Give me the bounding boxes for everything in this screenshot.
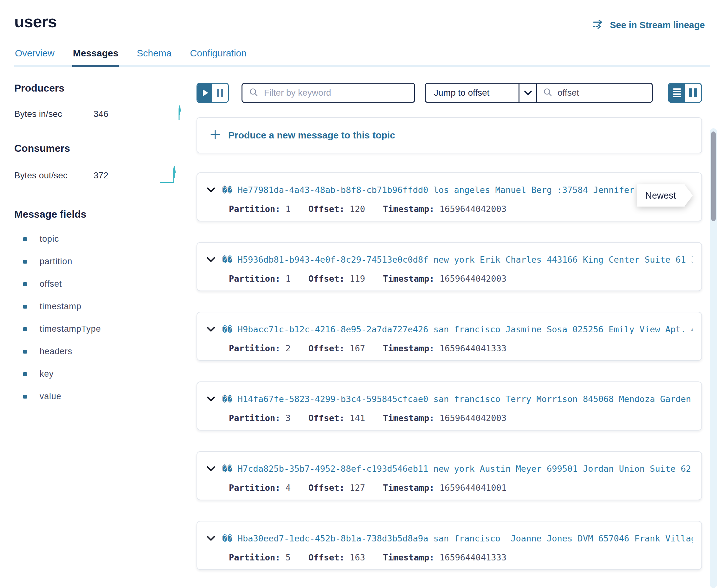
message-content: �� H7cda825b-35b7-4952-88ef-c193d546eb11… xyxy=(222,464,693,474)
field-label: topic xyxy=(40,234,59,244)
offset-value: 141 xyxy=(350,413,365,423)
content: Producers Bytes in/sec 346 Consumers Byt… xyxy=(0,82,722,588)
play-pause-control xyxy=(197,83,229,103)
message-row[interactable]: �� Hba30eed7-1edc-452b-8b1a-738d3b5d8a9a… xyxy=(197,521,702,570)
field-item-timestamp: timestamp xyxy=(14,295,184,318)
play-icon xyxy=(203,89,208,96)
scrollbar-thumb[interactable] xyxy=(711,131,716,221)
message-meta: Partition: 4 Offset: 127 Timestamp: 1659… xyxy=(229,483,693,492)
offset-input[interactable] xyxy=(557,87,673,98)
field-label: key xyxy=(40,369,54,379)
jump-to-offset-select[interactable]: Jump to offset xyxy=(425,83,536,103)
bytes-out-metric: Bytes out/sec 372 xyxy=(14,165,184,186)
tab-schema[interactable]: Schema xyxy=(136,48,172,67)
field-bullet-icon xyxy=(23,282,27,286)
partition-label: Partition: xyxy=(229,204,281,214)
partition-value: 1 xyxy=(286,274,291,284)
tab-configuration[interactable]: Configuration xyxy=(189,48,247,67)
field-label: partition xyxy=(40,257,72,267)
partition-label: Partition: xyxy=(229,413,281,423)
search-icon xyxy=(249,87,258,98)
timestamp-value: 1659644042003 xyxy=(439,204,507,214)
expand-chevron-icon[interactable] xyxy=(207,466,215,471)
expand-chevron-icon[interactable] xyxy=(207,327,215,332)
field-item-topic: topic xyxy=(14,228,184,250)
field-item-offset: offset xyxy=(14,273,184,295)
search-icon xyxy=(543,87,553,98)
offset-label: Offset: xyxy=(308,552,345,562)
expand-chevron-icon[interactable] xyxy=(207,396,215,402)
list-view-icon xyxy=(673,88,681,90)
message-fields-section: Message fields topic partition offset ti… xyxy=(14,208,184,408)
partition-value: 5 xyxy=(286,552,291,562)
message-meta: Partition: 1 Offset: 120 Timestamp: 1659… xyxy=(229,204,693,214)
newest-tooltip-label: Newest xyxy=(645,190,676,201)
offset-label: Offset: xyxy=(308,204,345,214)
messages-toolbar: Jump to offset xyxy=(197,82,702,103)
message-fields-heading: Message fields xyxy=(14,208,184,220)
message-meta: Partition: 1 Offset: 119 Timestamp: 1659… xyxy=(229,274,693,284)
message-row[interactable]: �� H9bacc71c-b12c-4216-8e95-2a7da727e426… xyxy=(197,312,702,361)
field-label: timestamp xyxy=(40,301,81,311)
partition-label: Partition: xyxy=(229,343,281,353)
offset-value: 120 xyxy=(350,204,365,214)
sidebar: Producers Bytes in/sec 346 Consumers Byt… xyxy=(14,82,184,588)
field-label: value xyxy=(40,392,61,401)
field-item-partition: partition xyxy=(14,250,184,273)
field-item-value: value xyxy=(14,385,184,408)
list-view-button[interactable] xyxy=(669,84,685,102)
tab-overview[interactable]: Overview xyxy=(14,48,55,67)
play-button[interactable] xyxy=(198,84,212,102)
partition-label: Partition: xyxy=(229,483,281,492)
consumers-heading: Consumers xyxy=(14,143,184,154)
offset-value: 163 xyxy=(350,552,365,562)
offset-label: Offset: xyxy=(308,274,345,284)
field-label: headers xyxy=(40,346,72,356)
partition-label: Partition: xyxy=(229,274,281,284)
expand-chevron-icon[interactable] xyxy=(207,536,215,541)
offset-label: Offset: xyxy=(308,343,345,353)
producers-section: Producers Bytes in/sec 346 xyxy=(14,82,184,123)
bytes-out-value: 372 xyxy=(94,170,135,181)
field-label: timestampType xyxy=(40,324,101,334)
message-row[interactable]: �� H7cda825b-35b7-4952-88ef-c193d546eb11… xyxy=(197,451,702,500)
message-meta: Partition: 5 Offset: 163 Timestamp: 1659… xyxy=(229,552,693,562)
partition-value: 4 xyxy=(286,483,291,492)
stream-lineage-icon xyxy=(593,19,605,31)
timestamp-value: 1659644042003 xyxy=(439,413,507,423)
timestamp-label: Timestamp: xyxy=(383,274,435,284)
produce-message-button[interactable]: Produce a new message to this topic xyxy=(197,117,702,153)
jump-to-offset-group: Jump to offset xyxy=(425,83,653,103)
stream-lineage-link[interactable]: See in Stream lineage xyxy=(593,19,705,31)
message-content: �� H9bacc71c-b12c-4216-8e95-2a7da727e426… xyxy=(222,324,693,334)
field-item-key: key xyxy=(14,363,184,385)
column-view-button[interactable] xyxy=(685,84,701,102)
timestamp-label: Timestamp: xyxy=(383,413,435,423)
field-bullet-icon xyxy=(23,372,27,376)
bytes-in-sparkline xyxy=(168,105,182,123)
message-row[interactable]: �� He77981da-4a43-48ab-b8f8-cb71b96ffdd0… xyxy=(197,172,702,222)
field-bullet-icon xyxy=(23,260,27,264)
chevron-down-icon[interactable] xyxy=(518,84,536,102)
pause-button[interactable] xyxy=(212,84,228,102)
page-header: users See in Stream lineage xyxy=(0,0,722,31)
pause-icon xyxy=(221,89,223,97)
timestamp-value: 1659644041333 xyxy=(439,343,507,353)
message-meta: Partition: 2 Offset: 167 Timestamp: 1659… xyxy=(229,343,693,353)
offset-value: 119 xyxy=(350,274,365,284)
filter-input[interactable] xyxy=(263,87,408,98)
message-row[interactable]: �� H5936db81-b943-4e0f-8c29-74513e0c0d8f… xyxy=(197,242,702,291)
messages-list: �� He77981da-4a43-48ab-b8f8-cb71b96ffdd0… xyxy=(197,172,702,570)
partition-value: 2 xyxy=(286,343,291,353)
message-content: �� H5936db81-b943-4e0f-8c29-74513e0c0d8f… xyxy=(222,255,693,265)
produce-message-label: Produce a new message to this topic xyxy=(228,130,395,141)
scrollbar-track[interactable] xyxy=(710,128,717,588)
expand-chevron-icon[interactable] xyxy=(207,187,215,193)
jump-to-offset-value: Jump to offset xyxy=(426,84,518,102)
tab-messages[interactable]: Messages xyxy=(72,48,119,67)
message-row[interactable]: �� H14fa67fe-5823-4299-b3c4-595845cfcae0… xyxy=(197,381,702,430)
field-item-headers: headers xyxy=(14,340,184,363)
expand-chevron-icon[interactable] xyxy=(207,257,215,262)
offset-label: Offset: xyxy=(308,483,345,492)
messages-panel: Jump to offset xyxy=(197,82,702,588)
